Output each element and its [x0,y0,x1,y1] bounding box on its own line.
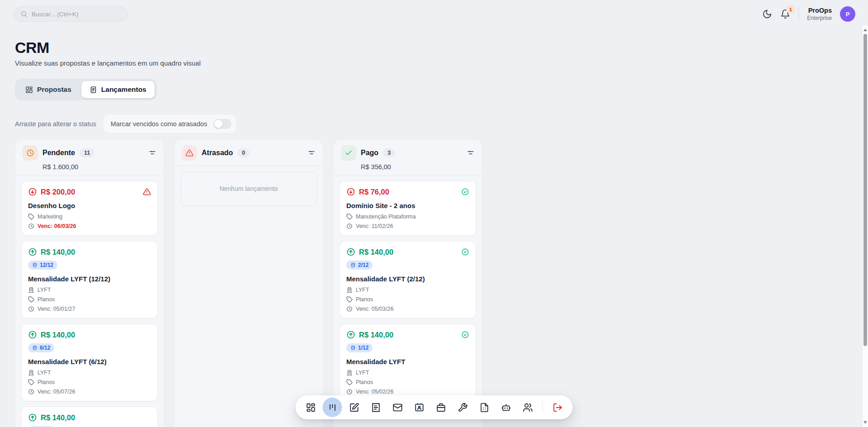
clock-icon [346,223,353,229]
toggle-label: Marcar vencidos como atrasados [111,120,208,128]
card-amount-group: R$ 140,00 [28,330,75,339]
column-pendente: Pendente11R$ 1.600,00R$ 200,00Desenho Lo… [15,139,164,427]
card-due-date: Venc: 06/03/26 [28,223,151,229]
company-icon [28,287,34,293]
clock-icon [28,223,34,229]
check-circle-icon [461,188,469,196]
grid-icon [25,86,33,94]
card-company: LYFT [346,287,469,293]
card-due-date-label: Venc: 05/01/27 [38,306,75,312]
file-pen-icon [349,403,359,413]
dock-kanban-button[interactable] [323,398,342,417]
installment-badge: 12/12 [28,261,57,270]
tab-propostas[interactable]: Propostas [17,81,80,98]
org-plan: Enterprise [807,15,832,22]
tab-label: Propostas [37,85,71,94]
dock-services-button[interactable] [453,398,472,417]
card-meta: Manutenção PlataformaVenc: 11/02/26 [346,214,469,229]
column-count-badge: 3 [383,148,395,157]
launch-card[interactable]: R$ 140,001/12Mensalidade LYFTLYFTPlanosV… [340,324,476,401]
installment-count: 6/12 [40,345,50,351]
launch-card[interactable]: R$ 140,0012/12Mensalidade LYFT (12/12)LY… [21,241,158,318]
wrench-icon [458,403,467,413]
topbar-right: 1 ProOps Enterprise P [762,6,855,22]
clock-icon [28,389,34,395]
circle-arrow-down-icon [28,187,37,196]
dock-contacts-button[interactable] [410,398,429,417]
card-title: Mensalidade LYFT (12/12) [28,275,151,283]
dock-logout-button[interactable] [548,398,567,417]
dock-reports-button[interactable] [475,398,494,417]
column-filter-button[interactable] [148,149,156,157]
column-filter-button[interactable] [307,149,316,157]
dock-briefcase-button[interactable] [431,398,451,417]
clock-icon [26,149,34,157]
column-cards: R$ 76,00Domínio Site - 2 anosManutenção … [334,176,482,406]
card-amount: R$ 76,00 [359,188,389,196]
installment-badge: 1/12 [346,343,373,352]
card-due-date-label: Venc: 05/03/26 [356,306,393,312]
circle-arrow-up-icon [28,330,37,339]
card-amount-group: R$ 76,00 [346,187,389,196]
card-company: LYFT [346,370,469,376]
filter-icon [467,149,475,157]
launch-card[interactable]: R$ 140,003/12 [21,407,158,427]
scrollbar-thumb[interactable] [863,34,867,346]
scroll-up-arrow[interactable] [863,28,867,31]
page-title: CRM [15,39,868,57]
notifications-button[interactable]: 1 [780,9,790,19]
org-info: ProOps Enterprise [807,6,832,21]
search-bar[interactable] [14,6,128,22]
tag-icon [28,296,34,303]
org-name: ProOps [807,6,832,14]
launch-card[interactable]: R$ 140,006/12Mensalidade LYFT (6/12)LYFT… [21,324,158,401]
column-cards: R$ 200,00Desenho LogoMarketingVenc: 06/0… [15,176,164,427]
document-icon [90,86,97,94]
dock-proposals-button[interactable] [344,398,364,417]
column-status-chip [23,145,38,161]
card-amount: R$ 140,00 [41,248,75,256]
dock-dashboard-button[interactable] [301,398,321,417]
column-status-chip [182,145,197,161]
card-amount: R$ 140,00 [359,248,393,256]
column-title-row: Atrasado0 [182,145,316,161]
dock-automation-button[interactable] [496,398,516,417]
coins-icon [350,345,356,351]
card-due-date-label: Venc: 06/03/26 [38,223,76,229]
card-meta: LYFTPlanosVenc: 05/07/26 [28,370,151,395]
column-total: R$ 1.600,00 [42,163,156,171]
scroll-down-arrow[interactable] [863,421,867,424]
card-due-date: Venc: 05/07/26 [28,389,151,395]
dock-receipts-button[interactable] [366,398,386,417]
tab-lancamentos[interactable]: Lançamentos [81,81,155,98]
card-amount-group: R$ 140,00 [346,247,393,256]
launch-card[interactable]: R$ 76,00Domínio Site - 2 anosManutenção … [340,181,476,236]
toggle-knob [214,120,222,128]
column-title: Pago [361,149,378,157]
card-company-label: LYFT [38,287,51,293]
card-amount: R$ 140,00 [41,413,75,422]
card-amount-group: R$ 140,00 [346,330,393,339]
card-meta: LYFTPlanosVenc: 05/03/26 [346,287,469,312]
topbar: 1 ProOps Enterprise P [0,0,868,25]
mark-overdue-toggle-pill[interactable]: Marcar vencidos como atrasados [104,115,236,133]
dock-inbox-button[interactable] [388,398,407,417]
card-company-label: LYFT [356,287,369,293]
toggle-switch[interactable] [213,119,231,129]
card-top-row: R$ 140,00 [28,247,151,256]
vertical-scrollbar[interactable] [862,25,868,427]
column-atrasado: Atrasado0Nenhum lançamento [174,139,323,427]
file-report-icon [479,403,489,413]
column-filter-button[interactable] [467,149,475,157]
search-input[interactable] [32,11,122,18]
card-company-label: LYFT [356,370,369,376]
launch-card[interactable]: R$ 200,00Desenho LogoMarketingVenc: 06/0… [21,181,158,236]
launch-card[interactable]: R$ 140,002/12Mensalidade LYFT (2/12)LYFT… [340,241,476,318]
dark-mode-toggle[interactable] [762,9,772,19]
logout-icon [552,403,562,413]
card-due-date-label: Venc: 05/02/26 [356,389,393,395]
kanban-icon [327,403,337,413]
column-header-atrasado: Atrasado0 [175,140,323,166]
avatar[interactable]: P [840,6,855,22]
dock-team-button[interactable] [518,398,538,417]
